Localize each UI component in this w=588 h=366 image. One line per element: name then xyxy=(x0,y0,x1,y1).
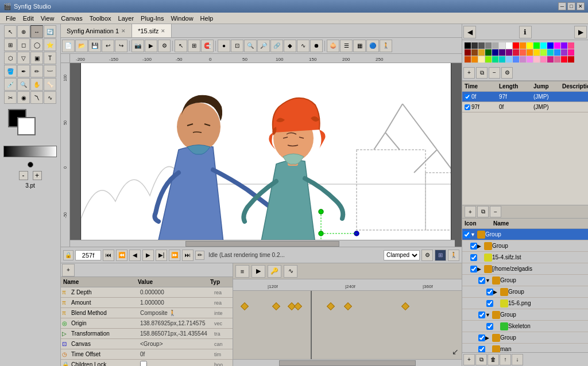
tool-skeleton[interactable]: 🦴 xyxy=(44,78,56,91)
quality-btn[interactable]: ⚙ xyxy=(421,250,433,261)
layer-check-9[interactable] xyxy=(478,334,485,341)
tool-star[interactable]: ⭐ xyxy=(44,38,56,51)
layer-row-7[interactable]: ▼ Group xyxy=(462,309,588,321)
tool-rectangle[interactable]: ◻ xyxy=(17,38,30,51)
increase-size[interactable]: + xyxy=(33,171,42,180)
tool-spline[interactable]: ∿ xyxy=(44,91,56,104)
ctool-extra1[interactable]: ☰ xyxy=(340,40,353,52)
ctool-render[interactable]: 📷 xyxy=(131,40,144,52)
ctool-lock[interactable]: 🔗 xyxy=(270,40,283,52)
ctool-onion[interactable]: 🧅 xyxy=(327,40,339,52)
ctool-save[interactable]: 💾 xyxy=(88,40,101,52)
color-brightred[interactable] xyxy=(561,56,567,63)
param-row-childlock[interactable]: 🔒 Children Lock boo xyxy=(61,360,233,366)
color-tomato[interactable] xyxy=(520,49,526,56)
rnav-forward[interactable]: ▶ xyxy=(574,26,587,38)
rt-prop-keyframe[interactable]: ⚙ xyxy=(501,67,513,79)
tab-15sifz[interactable]: *15.sifz ✕ xyxy=(132,24,172,37)
children-lock-checkbox[interactable] xyxy=(140,361,147,367)
color-magenta[interactable] xyxy=(554,42,560,49)
rnav-back[interactable]: ◀ xyxy=(463,26,476,38)
param-row-blend[interactable]: π Blend Method Composite 🚶 inte xyxy=(61,308,233,318)
kf-diamond-1[interactable] xyxy=(241,302,249,310)
layer-check-1[interactable] xyxy=(470,243,477,250)
menu-view[interactable]: View xyxy=(37,14,58,23)
layer-check-2[interactable] xyxy=(470,254,477,261)
color-hotpink[interactable] xyxy=(540,56,547,63)
menu-plugins[interactable]: Plug-Ins xyxy=(137,14,167,23)
animate-btn[interactable]: 🚶 xyxy=(448,250,459,261)
ctool-play-circle[interactable]: ● xyxy=(218,40,230,52)
layer-check-5[interactable] xyxy=(486,289,493,295)
color-silver[interactable] xyxy=(492,42,498,49)
ctool-interpolation[interactable]: ∿ xyxy=(297,40,310,52)
layer-expand-7[interactable]: ▼ xyxy=(485,312,492,318)
menu-help[interactable]: Help xyxy=(197,14,217,23)
rt-del-keyframe[interactable]: − xyxy=(489,67,500,79)
tl-tab-anim[interactable]: ▶ xyxy=(252,265,265,278)
tl-tab-keyframes[interactable]: 🔑 xyxy=(268,265,281,278)
layer-row-8[interactable]: Skeleton xyxy=(462,321,588,332)
layer-row-9[interactable]: ▶ Group xyxy=(462,332,588,344)
rt-add-keyframe[interactable]: + xyxy=(463,67,475,79)
play-btn[interactable]: ▶ xyxy=(142,250,154,261)
tool-scale[interactable]: ↔ xyxy=(30,25,43,38)
color-medred[interactable] xyxy=(568,56,574,63)
color-purple[interactable] xyxy=(561,42,567,49)
tool-polygon[interactable]: ⬡ xyxy=(4,52,17,64)
color-cyan[interactable] xyxy=(540,42,547,49)
color-plum[interactable] xyxy=(520,56,526,63)
layer-check-10[interactable] xyxy=(478,346,485,353)
color-darkpurple[interactable] xyxy=(506,49,512,56)
params-add-btn[interactable]: + xyxy=(62,264,75,277)
kf-check-0[interactable] xyxy=(465,94,470,100)
tool-rotate[interactable]: 🔄 xyxy=(44,25,56,38)
color-lightpink[interactable] xyxy=(533,56,540,63)
ctool-extra2[interactable]: ▦ xyxy=(353,40,366,52)
play-next-keyframe[interactable]: ⏩ xyxy=(169,250,180,261)
color-darkred[interactable] xyxy=(465,49,471,56)
param-row-zdepth[interactable]: π Z Depth 0.000000 rea xyxy=(61,287,233,298)
menu-toolbox[interactable]: Toolbox xyxy=(86,14,115,23)
timeline-scrollbar[interactable] xyxy=(233,359,462,366)
onion-skin-btn[interactable]: ⊞ xyxy=(435,250,446,261)
rnav-info[interactable]: ℹ xyxy=(519,26,532,38)
background-color[interactable] xyxy=(17,117,36,135)
tab-close-2[interactable]: ✕ xyxy=(161,28,165,34)
menu-file[interactable]: File xyxy=(2,14,20,23)
lt-del-layer[interactable]: − xyxy=(490,206,501,217)
canvas-hscroll[interactable] xyxy=(70,240,455,247)
layer-expand-9[interactable]: ▶ xyxy=(485,335,492,341)
tl-tab-curves[interactable]: ∿ xyxy=(284,265,297,278)
color-blue[interactable] xyxy=(547,42,554,49)
layer-check-3[interactable] xyxy=(470,266,477,272)
play-prev-frame[interactable]: ◀ xyxy=(129,250,141,261)
tl-scrollbar-thumb[interactable] xyxy=(279,360,416,366)
tool-transform[interactable]: ↖ xyxy=(4,25,17,38)
ctool-properties[interactable]: ⚙ xyxy=(158,40,171,52)
ctool-snap-grid[interactable]: 🧲 xyxy=(201,40,214,52)
ctool-open[interactable]: 📂 xyxy=(75,40,88,52)
tool-bline[interactable]: 〽 xyxy=(30,91,43,104)
frame-input[interactable] xyxy=(75,250,101,260)
gradient-display[interactable] xyxy=(3,146,57,157)
color-darkturquoise[interactable] xyxy=(547,49,554,56)
play-begin[interactable]: ⏮ xyxy=(103,250,114,261)
ctool-redo[interactable]: ↪ xyxy=(115,40,127,52)
color-greenyellow[interactable] xyxy=(540,49,547,56)
tab-close-1[interactable]: ✕ xyxy=(121,28,126,34)
color-indigo[interactable] xyxy=(499,49,505,56)
layer-row-10[interactable]: man xyxy=(462,344,588,352)
kf-diamond-7[interactable] xyxy=(401,302,409,310)
tool-fill[interactable]: 🪣 xyxy=(4,65,17,77)
param-row-timeoffset[interactable]: ◷ Time Offset 0f tim xyxy=(61,349,233,360)
param-row-transform[interactable]: ▷ Transformation 158.865071px,-31.435544… xyxy=(61,329,233,339)
tool-eyedrop[interactable]: 💉 xyxy=(4,78,17,91)
ctool-new[interactable]: 📄 xyxy=(62,40,75,52)
ctool-preview[interactable]: ▶ xyxy=(145,40,157,52)
tool-gradient[interactable]: ▽ xyxy=(17,52,30,64)
menu-edit[interactable]: Edit xyxy=(20,14,37,23)
rt-dup-keyframe[interactable]: ⧉ xyxy=(476,67,488,79)
menu-canvas[interactable]: Canvas xyxy=(57,14,86,23)
ctool-show-grid[interactable]: ⊞ xyxy=(188,40,200,52)
